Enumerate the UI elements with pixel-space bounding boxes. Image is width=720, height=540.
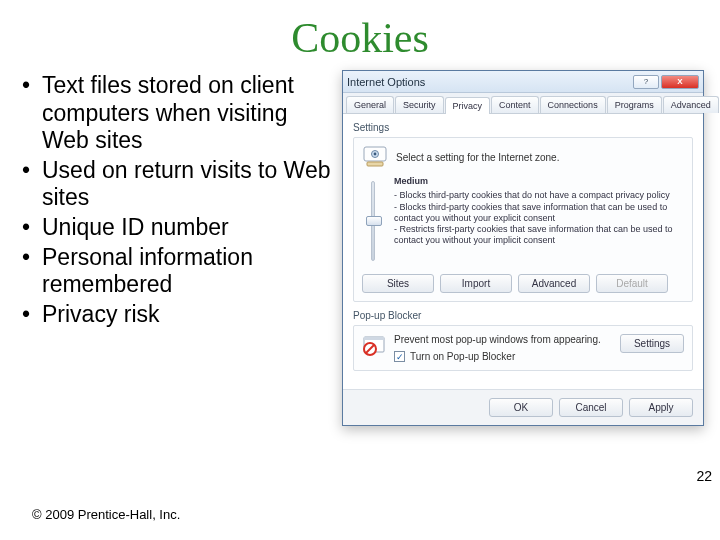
slider-thumb[interactable] bbox=[366, 216, 382, 226]
tab-programs[interactable]: Programs bbox=[607, 96, 662, 113]
popup-settings-button[interactable]: Settings bbox=[620, 334, 684, 353]
bullet-item: Used on return visits to Web sites bbox=[38, 157, 338, 212]
tab-strip: General Security Privacy Content Connect… bbox=[343, 93, 703, 114]
tab-content[interactable]: Content bbox=[491, 96, 539, 113]
privacy-desc-line: - Blocks third-party cookies that do not… bbox=[394, 190, 684, 201]
settings-group: Select a setting for the Internet zone. … bbox=[353, 137, 693, 302]
popup-group-label: Pop-up Blocker bbox=[353, 310, 693, 321]
page-number: 22 bbox=[696, 468, 712, 484]
privacy-desc-line: - Blocks third-party cookies that save i… bbox=[394, 202, 684, 224]
bullet-item: Text files stored on client computers wh… bbox=[38, 72, 338, 155]
zone-text: Select a setting for the Internet zone. bbox=[396, 152, 559, 163]
bullet-item: Privacy risk bbox=[38, 301, 338, 329]
cancel-button[interactable]: Cancel bbox=[559, 398, 623, 417]
advanced-button[interactable]: Advanced bbox=[518, 274, 590, 293]
default-button[interactable]: Default bbox=[596, 274, 668, 293]
internet-options-dialog: Internet Options ? X General Security Pr… bbox=[342, 70, 704, 426]
privacy-eye-icon bbox=[362, 146, 388, 168]
bullet-item: Unique ID number bbox=[38, 214, 338, 242]
popup-blocker-icon bbox=[362, 334, 386, 358]
tab-privacy[interactable]: Privacy bbox=[445, 97, 491, 114]
popup-checkbox-label: Turn on Pop-up Blocker bbox=[410, 351, 515, 362]
settings-group-label: Settings bbox=[353, 122, 693, 133]
popup-checkbox[interactable]: ✓ bbox=[394, 351, 405, 362]
tab-advanced[interactable]: Advanced bbox=[663, 96, 719, 113]
svg-rect-3 bbox=[367, 162, 383, 166]
sites-button[interactable]: Sites bbox=[362, 274, 434, 293]
privacy-slider[interactable] bbox=[362, 176, 384, 266]
svg-rect-5 bbox=[364, 337, 384, 340]
ok-button[interactable]: OK bbox=[489, 398, 553, 417]
privacy-level-description: Medium - Blocks third-party cookies that… bbox=[394, 176, 684, 266]
popup-desc: Prevent most pop-up windows from appeari… bbox=[394, 334, 612, 345]
import-button[interactable]: Import bbox=[440, 274, 512, 293]
dialog-footer: OK Cancel Apply bbox=[343, 389, 703, 425]
popup-group: Prevent most pop-up windows from appeari… bbox=[353, 325, 693, 371]
dialog-title: Internet Options bbox=[347, 76, 425, 88]
help-button[interactable]: ? bbox=[633, 75, 659, 89]
tab-security[interactable]: Security bbox=[395, 96, 444, 113]
bullet-list: Text files stored on client computers wh… bbox=[38, 72, 338, 330]
apply-button[interactable]: Apply bbox=[629, 398, 693, 417]
bullet-item: Personal information remembered bbox=[38, 244, 338, 299]
slide-title: Cookies bbox=[0, 14, 720, 62]
embedded-screenshot: Internet Options ? X General Security Pr… bbox=[338, 72, 700, 330]
tab-connections[interactable]: Connections bbox=[540, 96, 606, 113]
titlebar: Internet Options ? X bbox=[343, 71, 703, 93]
privacy-level: Medium bbox=[394, 176, 684, 186]
svg-point-2 bbox=[374, 153, 377, 156]
privacy-desc-line: - Restricts first-party cookies that sav… bbox=[394, 224, 684, 246]
close-button[interactable]: X bbox=[661, 75, 699, 89]
tab-general[interactable]: General bbox=[346, 96, 394, 113]
copyright: © 2009 Prentice-Hall, Inc. bbox=[32, 507, 180, 522]
